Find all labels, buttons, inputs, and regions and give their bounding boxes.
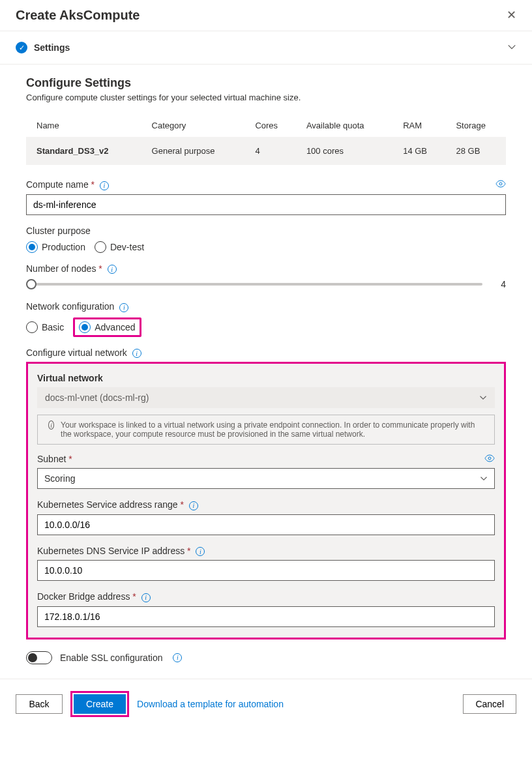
compute-name-label: Compute name * i bbox=[26, 179, 506, 190]
cancel-button[interactable]: Cancel bbox=[463, 694, 516, 714]
cell-ram: 14 GB bbox=[392, 137, 445, 165]
download-template-link[interactable]: Download a template for automation bbox=[137, 699, 284, 709]
vnet-label: Virtual network bbox=[37, 373, 495, 383]
col-ram: RAM bbox=[392, 114, 445, 137]
svc-range-label: Kubernetes Service address range * i bbox=[37, 499, 495, 510]
step-label: Settings bbox=[34, 42, 70, 53]
dns-input[interactable] bbox=[37, 560, 495, 581]
cell-storage: 28 GB bbox=[445, 137, 506, 165]
info-icon: i bbox=[48, 420, 54, 430]
configure-vnet-label: Configure virtual network i bbox=[26, 347, 506, 359]
dns-label: Kubernetes DNS Service IP address * i bbox=[37, 546, 495, 557]
subnet-label: Subnet * bbox=[37, 454, 495, 464]
radio-basic[interactable]: Basic bbox=[26, 321, 64, 333]
step-settings[interactable]: ✓ Settings bbox=[0, 31, 532, 65]
eye-icon[interactable] bbox=[484, 454, 495, 464]
col-cores: Cores bbox=[244, 114, 295, 137]
info-icon[interactable]: i bbox=[189, 501, 198, 510]
svc-range-input[interactable] bbox=[37, 514, 495, 535]
eye-icon[interactable] bbox=[495, 179, 506, 190]
col-category: Category bbox=[141, 114, 245, 137]
cell-quota: 100 cores bbox=[296, 137, 392, 165]
page-title: Create AksCompute bbox=[16, 8, 140, 23]
create-button[interactable]: Create bbox=[74, 694, 126, 714]
cell-name: Standard_DS3_v2 bbox=[26, 137, 141, 165]
ssl-label: Enable SSL configuration bbox=[60, 653, 162, 663]
radio-devtest[interactable]: Dev-test bbox=[95, 241, 144, 253]
close-icon[interactable]: ✕ bbox=[507, 8, 516, 22]
info-icon[interactable]: i bbox=[173, 653, 182, 662]
vm-size-table: Name Category Cores Available quota RAM … bbox=[26, 114, 506, 165]
ssl-toggle[interactable] bbox=[26, 651, 52, 664]
col-storage: Storage bbox=[445, 114, 506, 137]
vnet-notice: i Your workspace is linked to a virtual … bbox=[37, 415, 495, 445]
info-icon[interactable]: i bbox=[132, 349, 141, 358]
info-icon[interactable]: i bbox=[108, 265, 117, 274]
info-icon[interactable]: i bbox=[119, 303, 128, 312]
chevron-down-icon bbox=[479, 394, 487, 402]
vnet-select[interactable]: docs-ml-vnet (docs-ml-rg) bbox=[37, 387, 495, 408]
radio-production[interactable]: Production bbox=[26, 241, 85, 253]
network-config-label: Network configuration i bbox=[26, 301, 506, 312]
slider-thumb[interactable] bbox=[26, 279, 37, 289]
cluster-purpose-label: Cluster purpose bbox=[26, 226, 506, 236]
col-name: Name bbox=[26, 114, 141, 137]
docker-input[interactable] bbox=[37, 606, 495, 627]
chevron-down-icon bbox=[480, 475, 488, 482]
nodes-value: 4 bbox=[494, 279, 506, 289]
svg-point-1 bbox=[488, 457, 491, 460]
num-nodes-label: Number of nodes * i bbox=[26, 263, 506, 274]
chevron-down-icon bbox=[507, 42, 516, 53]
back-button[interactable]: Back bbox=[16, 694, 63, 714]
info-icon[interactable]: i bbox=[141, 593, 151, 602]
check-circle-icon: ✓ bbox=[16, 42, 27, 53]
docker-label: Docker Bridge address * i bbox=[37, 591, 495, 602]
cell-cores: 4 bbox=[244, 137, 295, 165]
col-quota: Available quota bbox=[296, 114, 392, 137]
compute-name-input[interactable] bbox=[26, 194, 506, 215]
cell-category: General purpose bbox=[141, 137, 245, 165]
section-subtitle: Configure compute cluster settings for y… bbox=[26, 93, 506, 102]
section-heading: Configure Settings bbox=[26, 76, 506, 90]
nodes-slider[interactable] bbox=[26, 283, 482, 286]
vnet-section: Virtual network docs-ml-vnet (docs-ml-rg… bbox=[26, 362, 506, 639]
info-icon[interactable]: i bbox=[196, 547, 205, 556]
subnet-select[interactable]: Scoring bbox=[37, 468, 495, 489]
info-icon[interactable]: i bbox=[100, 181, 109, 190]
radio-advanced[interactable]: Advanced bbox=[79, 321, 135, 333]
svg-point-0 bbox=[499, 183, 502, 185]
table-row: Standard_DS3_v2 General purpose 4 100 co… bbox=[26, 137, 506, 165]
